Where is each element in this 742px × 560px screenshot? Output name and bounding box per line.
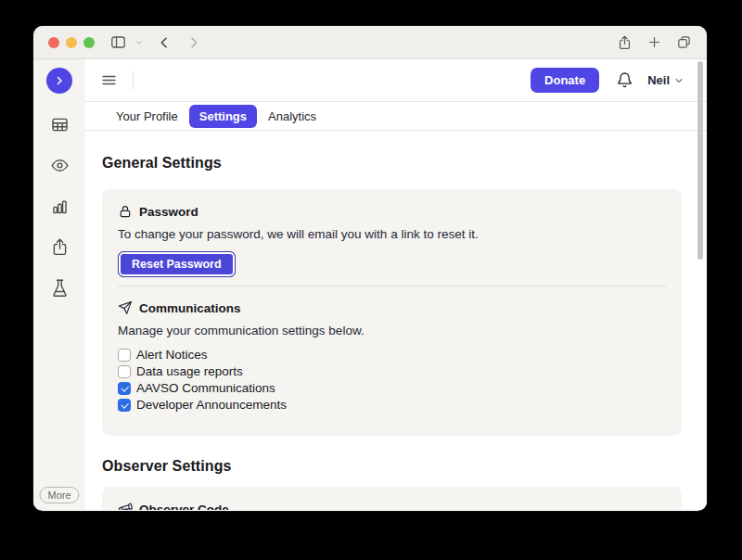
option-data-usage-reports[interactable]: Data usage reports xyxy=(118,364,666,378)
option-aavso-communications[interactable]: AAVSO Communications xyxy=(118,381,666,395)
tab-your-profile[interactable]: Your Profile xyxy=(107,106,187,127)
upload-icon xyxy=(50,237,70,257)
communications-options: Alert Notices Data usage reports AAVSO C… xyxy=(118,348,666,412)
sidebar-item-expand[interactable] xyxy=(46,68,72,94)
sidebar-item-analytics[interactable] xyxy=(49,196,70,216)
header-divider xyxy=(133,71,134,90)
app-header: Donate Neil xyxy=(85,59,707,102)
general-settings-heading: General Settings xyxy=(102,155,682,172)
communications-section-title: Communications xyxy=(139,301,241,315)
menu-icon[interactable] xyxy=(100,71,118,89)
send-icon xyxy=(118,300,133,315)
general-settings-card: Password To change your password, we wil… xyxy=(102,189,682,436)
chevron-down-icon xyxy=(673,75,684,86)
chevron-circle-icon xyxy=(54,75,65,86)
app-sidebar: More xyxy=(33,59,85,510)
sidebar-item-tools[interactable] xyxy=(49,277,70,298)
reset-password-button[interactable]: Reset Password xyxy=(118,251,236,277)
flask-icon xyxy=(50,278,70,298)
browser-titlebar xyxy=(33,26,707,59)
page-scrollbar[interactable] xyxy=(697,61,703,260)
sidebar-menu-chevron-down-icon[interactable] xyxy=(134,38,144,47)
close-window-button[interactable] xyxy=(48,37,59,48)
settings-content: General Settings Password To change your… xyxy=(85,131,707,510)
window-controls xyxy=(48,37,95,48)
zoom-window-button[interactable] xyxy=(83,37,95,48)
profile-tabs: Your Profile Settings Analytics xyxy=(85,102,707,131)
option-alert-notices[interactable]: Alert Notices xyxy=(118,348,666,362)
option-developer-announcements[interactable]: Developer Announcements xyxy=(118,398,666,412)
observer-settings-card: Observer Code xyxy=(102,487,682,510)
forward-icon[interactable] xyxy=(186,35,201,50)
communications-description: Manage your communication settings below… xyxy=(118,324,666,337)
sidebar-item-observations[interactable] xyxy=(49,155,70,175)
user-menu[interactable]: Neil xyxy=(647,73,684,87)
password-description: To change your password, we will email y… xyxy=(118,227,666,241)
share-icon[interactable] xyxy=(617,34,633,51)
sidebar-toggle-icon[interactable] xyxy=(109,33,127,51)
observer-settings-heading: Observer Settings xyxy=(102,458,682,475)
data-usage-reports-checkbox[interactable] xyxy=(118,365,131,378)
user-name: Neil xyxy=(647,73,670,87)
tab-analytics[interactable]: Analytics xyxy=(259,106,326,127)
bell-icon[interactable] xyxy=(616,71,633,89)
aavso-communications-checkbox[interactable] xyxy=(118,382,131,395)
new-tab-icon[interactable] xyxy=(647,35,661,49)
eye-icon xyxy=(50,156,70,175)
minimize-window-button[interactable] xyxy=(66,37,77,48)
tab-overview-icon[interactable] xyxy=(676,34,692,50)
bar-chart-icon xyxy=(50,197,70,216)
observer-code-section-title: Observer Code xyxy=(139,503,229,511)
password-section-title: Password xyxy=(139,205,198,219)
table-icon xyxy=(50,115,70,134)
sidebar-item-data-table[interactable] xyxy=(49,114,70,134)
sidebar-item-submit[interactable] xyxy=(49,236,70,257)
alert-notices-checkbox[interactable] xyxy=(118,349,131,362)
developer-announcements-checkbox[interactable] xyxy=(118,399,131,412)
tab-settings[interactable]: Settings xyxy=(189,105,257,128)
donate-button[interactable]: Donate xyxy=(531,68,599,93)
back-icon[interactable] xyxy=(157,35,172,50)
browser-window: More Donate Neil xyxy=(33,26,707,511)
lock-icon xyxy=(118,204,133,219)
telescope-icon xyxy=(118,502,133,510)
more-button[interactable]: More xyxy=(39,487,79,503)
